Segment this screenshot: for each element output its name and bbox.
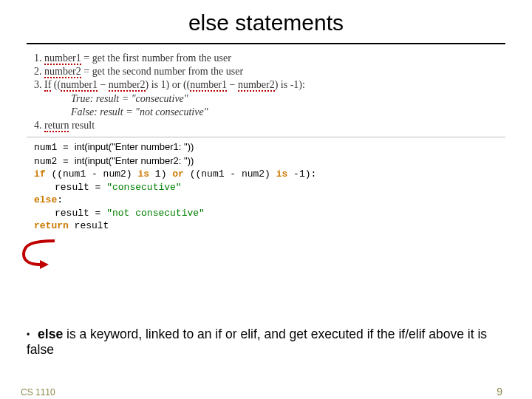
code-text: result = [55, 182, 106, 193]
code-text: ((num1 - num2) [184, 168, 276, 180]
slide-title: else statements [0, 10, 532, 35]
pseudocode-block: 1. number1 = get the first number from t… [34, 52, 505, 132]
code-string: "not consecutive" [106, 208, 205, 219]
title-rule [27, 43, 505, 44]
code-return: return [34, 220, 69, 231]
code-line-5: else: [34, 194, 505, 207]
bullet-text: • else is a keyword, linked to an if or … [27, 327, 505, 358]
bullet-kw-elif: elif [240, 327, 256, 341]
code-overlay-2: int(input("Enter number2: ")) [75, 155, 194, 166]
bullet-kw-ifelif: if/elif [398, 327, 425, 341]
pseudo-if: If [44, 79, 51, 92]
bullet-text-frag: is a keyword, linked to an [63, 327, 215, 341]
pseudo-num: 1. [34, 52, 44, 64]
curved-arrow-icon [19, 239, 64, 269]
code-overlay-1: int(input("Enter number1: ")) [75, 141, 194, 152]
pseudo-line-5: False: result = "not consecutive" [71, 106, 505, 119]
pseudo-line-4: True: result = "consecutive" [71, 92, 505, 106]
code-line-4: result = "consecutive" [34, 181, 505, 194]
pseudo-num: 2. [34, 66, 44, 77]
code-string: "consecutive" [106, 182, 181, 193]
code-line-2: num2 = int(input("Enter number2: ")) [34, 154, 505, 168]
code-eq: = [57, 156, 74, 167]
code-line-3: if ((num1 - num2) is 1) or ((num1 - num2… [34, 168, 505, 181]
pseudo-line-1: 1. number1 = get the first number from t… [34, 52, 505, 65]
pseudo-var: number2 [109, 79, 146, 92]
code-text: : [57, 194, 63, 205]
code-if: if [34, 168, 46, 180]
pseudo-text: ) is 1) or (( [146, 79, 191, 90]
footer-course: CS 1110 [21, 387, 55, 398]
footer-page-number: 9 [497, 386, 502, 398]
code-text: result [69, 220, 109, 231]
bullet-text-frag: or [222, 327, 240, 341]
pseudo-text: = get the first number from the user [81, 52, 231, 64]
pseudo-text: − [227, 79, 238, 90]
pseudo-line-2: 2. number2 = get the second number from … [34, 65, 505, 78]
code-or: or [172, 168, 184, 180]
code-text: ((num1 - num2) [46, 168, 138, 180]
code-else: else [34, 194, 57, 205]
pseudo-text: (( [51, 79, 61, 90]
pseudo-return: return [44, 120, 69, 132]
code-var: num1 [34, 142, 57, 153]
bullet-kw-else: else [38, 327, 63, 341]
pseudo-text: = get the second number from the user [81, 66, 243, 77]
code-var: num2 [34, 156, 57, 167]
pseudo-var: number1 [44, 52, 81, 65]
code-line-7: return result [34, 219, 505, 233]
pseudo-var: number2 [44, 66, 81, 78]
code-is: is [137, 168, 149, 180]
code-block: num1 = int(input("Enter number1: ")) num… [34, 140, 505, 233]
code-line-6: result = "not consecutive" [34, 207, 505, 220]
code-eq: = [57, 142, 74, 153]
code-text: result = [55, 208, 106, 219]
pseudo-line-6: 4. return result [34, 119, 505, 132]
bullet-dot-icon: • [27, 330, 30, 340]
pseudo-var: number2 [238, 79, 275, 92]
pseudo-num: 4. [34, 120, 44, 131]
pseudo-var: number1 [61, 79, 98, 92]
pseudo-text: ) is -1): [275, 79, 305, 90]
code-text: -1): [287, 168, 316, 180]
bullet-text-frag: , and get executed if the [257, 327, 399, 341]
bullet-kw-if: if [215, 327, 222, 341]
code-line-1: num1 = int(input("Enter number1: ")) [34, 140, 505, 154]
pseudo-text: − [98, 79, 109, 90]
separator [27, 137, 505, 137]
pseudo-line-3: 3. If ((number1 − number2) is 1) or ((nu… [34, 78, 505, 92]
pseudo-num: 3. [34, 79, 44, 90]
code-text: 1) [149, 168, 172, 180]
code-is: is [276, 168, 288, 180]
svg-marker-0 [40, 260, 49, 269]
pseudo-text: result [69, 120, 95, 131]
pseudo-var: number1 [190, 79, 227, 92]
